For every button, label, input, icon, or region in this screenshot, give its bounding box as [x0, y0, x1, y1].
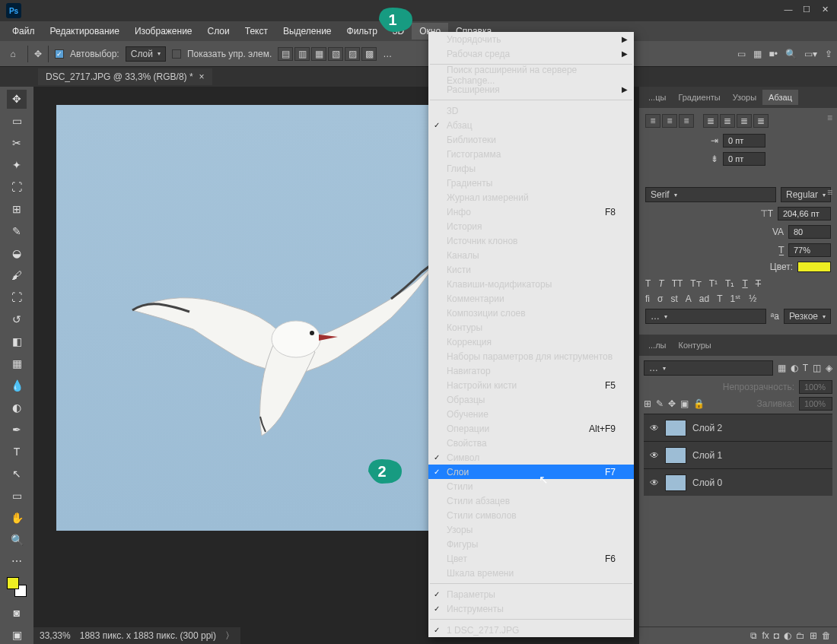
menu-текст[interactable]: Текст — [237, 23, 275, 40]
quickmask-tool[interactable]: ◙ — [7, 603, 27, 622]
align-left[interactable]: ≡ — [645, 114, 660, 128]
visibility-icon[interactable]: 👁 — [650, 450, 659, 461]
layer-row[interactable]: 👁Слой 2 — [644, 414, 832, 441]
brush-tool[interactable]: 🖌 — [7, 266, 27, 285]
caps-button[interactable]: TT — [672, 278, 683, 289]
home-icon[interactable]: ⌂ — [5, 46, 21, 62]
screenmode-tool[interactable]: ▣ — [7, 625, 27, 644]
stamp-tool[interactable]: ⛶ — [7, 288, 27, 307]
menu-item-кисти[interactable]: Кисти — [428, 262, 634, 277]
panel-tab[interactable]: Абзац — [762, 90, 798, 105]
menu-выделение[interactable]: Выделение — [275, 23, 339, 40]
menu-item-символ[interactable]: ✓Символ — [428, 450, 634, 465]
eyedropper-tool[interactable]: ✎ — [7, 222, 27, 241]
align-button[interactable]: ▨ — [345, 47, 360, 61]
justify-all[interactable]: ≣ — [753, 114, 769, 128]
minimize-button[interactable]: — — [781, 3, 796, 15]
menu-item-поиск-расширений-на-сервере-exchange-[interactable]: Поиск расширений на сервере Exchange... — [428, 68, 634, 82]
mode-icon[interactable]: ■• — [769, 49, 778, 59]
workspace-icon[interactable]: ▭▾ — [804, 49, 817, 59]
opentype-a[interactable]: A — [686, 293, 692, 304]
menu-item-навигатор[interactable]: Навигатор — [428, 363, 634, 378]
menu-item-свойства[interactable]: Свойства — [428, 436, 634, 450]
menu-item-слои[interactable]: ✓СлоиF7 — [428, 465, 634, 479]
search-icon[interactable]: 🔍 — [785, 49, 797, 59]
align-center[interactable]: ≡ — [662, 114, 677, 128]
opacity-input[interactable]: 100% — [799, 380, 832, 394]
layer-row[interactable]: 👁Слой 0 — [644, 468, 832, 496]
show-controls-checkbox[interactable] — [172, 49, 181, 59]
scale-input[interactable]: 77% — [788, 243, 831, 257]
zoom-level[interactable]: 33,33% — [40, 630, 71, 641]
align-button[interactable]: ▩ — [361, 47, 377, 61]
menu-item-источник-клонов[interactable]: Источник клонов — [428, 233, 634, 248]
menu-item-узоры[interactable]: Узоры — [428, 522, 634, 537]
align-button[interactable]: ▧ — [328, 47, 343, 61]
super-button[interactable]: T¹ — [709, 278, 718, 289]
layer-row[interactable]: 👁Слой 1 — [644, 441, 832, 468]
delete-layer-icon[interactable]: 🗑 — [822, 630, 831, 641]
panel-tab[interactable]: Градиенты — [672, 90, 726, 105]
marquee-tool[interactable]: ▭ — [7, 112, 27, 131]
menu-item-инфо[interactable]: ИнфоF8 — [428, 205, 634, 219]
menu-item-композиции-слоев[interactable]: Композиции слоев — [428, 306, 634, 320]
fx-icon[interactable]: fx — [762, 630, 769, 641]
hand-tool[interactable]: ✋ — [7, 508, 27, 527]
menu-item-глифы[interactable]: Глифы — [428, 161, 634, 176]
lock-icon[interactable]: ⊞ — [644, 398, 651, 409]
maximize-button[interactable]: ☐ — [799, 3, 814, 15]
menu-item-шкала-времени[interactable]: Шкала времени — [428, 566, 634, 580]
font-family-select[interactable]: Serif▾ — [645, 187, 776, 202]
menu-item-стили-абзацев[interactable]: Стили абзацев — [428, 493, 634, 508]
opentype-half[interactable]: ½ — [749, 293, 756, 304]
layer-select[interactable]: Слой▾ — [126, 46, 166, 62]
opentype-ad[interactable]: ad — [699, 293, 709, 304]
lock-icon[interactable]: ✎ — [656, 398, 664, 409]
move-tool[interactable]: ✥ — [7, 90, 27, 109]
wand-tool[interactable]: ✦ — [7, 156, 27, 175]
text-color-swatch[interactable] — [797, 262, 831, 272]
new-layer-icon[interactable]: ⊞ — [810, 630, 817, 641]
group-icon[interactable]: 🗀 — [796, 630, 805, 641]
tab-close-icon[interactable]: × — [199, 71, 205, 82]
menu-файл[interactable]: Файл — [5, 23, 43, 40]
menu-item-расширения[interactable]: Расширения▶ — [428, 82, 634, 97]
close-button[interactable]: ✕ — [817, 3, 832, 15]
blur-tool[interactable]: 💧 — [7, 376, 27, 395]
color-picker[interactable] — [4, 574, 30, 600]
indent-first-input[interactable]: 0 пт — [723, 134, 765, 148]
visibility-icon[interactable]: 👁 — [650, 477, 659, 488]
shape-tool[interactable]: ▭ — [7, 486, 27, 505]
opentype-T[interactable]: T — [717, 293, 722, 304]
opentype-sigma[interactable]: σ — [657, 293, 663, 304]
panel-tab[interactable]: Узоры — [727, 90, 762, 105]
tracking-input[interactable]: 80 — [788, 225, 831, 239]
menu-item-контуры[interactable]: Контуры — [428, 320, 634, 335]
font-size-input[interactable]: 204,66 пт — [778, 207, 831, 220]
menu-item-1-dsc-2717-jpg[interactable]: ✓1 DSC_2717.JPG — [428, 623, 634, 637]
menu-item-образцы[interactable]: Образцы — [428, 392, 634, 407]
menu-item-градиенты[interactable]: Градиенты — [428, 176, 634, 190]
menu-item-стили[interactable]: Стили — [428, 479, 634, 493]
gradient-tool[interactable]: ▦ — [7, 354, 27, 373]
menu-item-коррекция[interactable]: Коррекция — [428, 335, 634, 349]
filter-icon[interactable]: ◈ — [826, 363, 832, 373]
document-tab[interactable]: DSC_2717.JPG @ 33,3% (RGB/8) * × — [38, 68, 212, 85]
panel-menu-icon[interactable]: ≡ — [827, 187, 832, 198]
menu-item-цвет[interactable]: ЦветF6 — [428, 551, 634, 566]
panel-menu-icon[interactable]: ≡ — [827, 113, 832, 123]
menu-item-стили-символов[interactable]: Стили символов — [428, 508, 634, 522]
menu-item-история[interactable]: История — [428, 219, 634, 233]
mode-icon[interactable]: ▦ — [753, 49, 762, 59]
align-right[interactable]: ≡ — [679, 114, 694, 128]
fill-input[interactable]: 100% — [799, 397, 832, 411]
lock-icon[interactable]: 🔒 — [693, 398, 705, 409]
lock-icon[interactable]: ✥ — [668, 398, 676, 409]
space-after-input[interactable]: 0 пт — [723, 152, 765, 166]
menu-item-параметры[interactable]: ✓Параметры — [428, 587, 634, 601]
align-button[interactable]: ▤ — [278, 47, 293, 61]
menu-item-библиотеки[interactable]: Библиотеки — [428, 132, 634, 147]
autoselect-checkbox[interactable]: ✓ — [55, 49, 64, 59]
menu-item-фигуры[interactable]: Фигуры — [428, 537, 634, 551]
opentype-fi[interactable]: fi — [645, 293, 650, 304]
